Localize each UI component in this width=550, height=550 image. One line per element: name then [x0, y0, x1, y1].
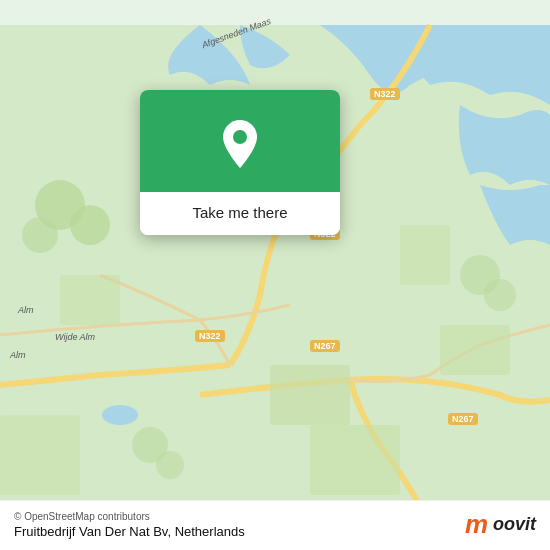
moovit-logo: m oovit: [465, 509, 536, 540]
map-container: N322 N322 N322 N267 N267 Alm Alm Wijde A…: [0, 0, 550, 550]
svg-point-9: [70, 205, 110, 245]
svg-rect-4: [440, 325, 510, 375]
place-alm-bottom: Alm: [10, 350, 26, 360]
svg-rect-5: [0, 415, 80, 495]
road-label-n322-top: N322: [370, 88, 400, 100]
moovit-rest-text: oovit: [493, 514, 536, 535]
popup-green-area: [140, 90, 340, 192]
svg-rect-6: [60, 275, 120, 325]
svg-point-12: [484, 279, 516, 311]
popup-card: Take me there: [140, 90, 340, 235]
moovit-m-letter: m: [465, 509, 488, 540]
svg-rect-3: [310, 425, 400, 495]
svg-point-15: [233, 130, 247, 144]
osm-credit: © OpenStreetMap contributors: [14, 511, 245, 522]
map-svg: [0, 0, 550, 550]
location-pin-icon: [218, 118, 262, 170]
take-me-there-button[interactable]: Take me there: [140, 192, 340, 235]
svg-point-10: [22, 217, 58, 253]
road-label-n267-right: N267: [448, 413, 478, 425]
svg-rect-2: [270, 365, 350, 425]
road-label-n322-bottom: N322: [195, 330, 225, 342]
svg-point-1: [102, 405, 138, 425]
road-label-n267-mid: N267: [310, 340, 340, 352]
place-alm-left: Alm: [18, 305, 34, 315]
svg-rect-7: [400, 225, 450, 285]
bottom-bar: © OpenStreetMap contributors Fruitbedrij…: [0, 500, 550, 550]
place-name: Fruitbedrijf Van Der Nat Bv, Netherlands: [14, 524, 245, 539]
place-wijde-alm: Wijde Alm: [55, 332, 95, 342]
bottom-left: © OpenStreetMap contributors Fruitbedrij…: [14, 511, 245, 539]
svg-point-14: [156, 451, 184, 479]
